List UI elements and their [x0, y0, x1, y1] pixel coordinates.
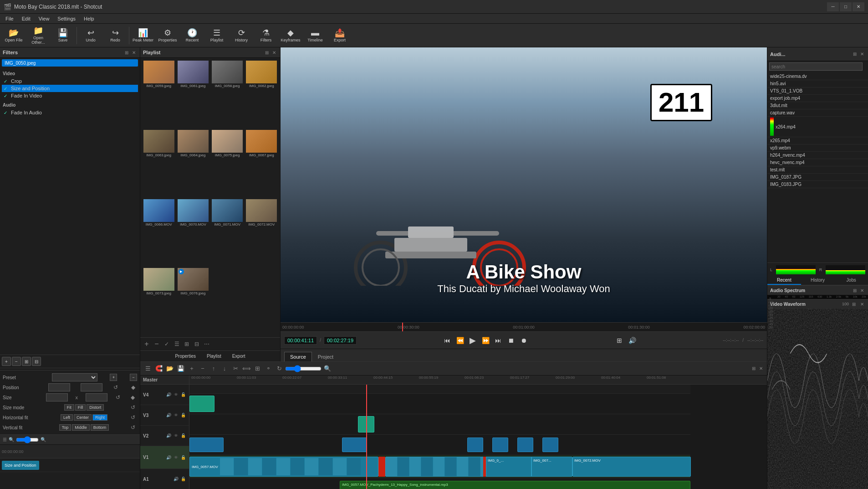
size-mode-fill-button[interactable]: Fill [75, 404, 86, 411]
a1-audio-clip[interactable]: IMG_0057.MOV_Pachyderm_13_Happy_Song_ins… [340, 481, 690, 489]
timeline-add-track-button[interactable]: + [187, 364, 197, 374]
v3-audio-button[interactable]: 🔊 [165, 412, 172, 418]
list-item[interactable]: IMG_0066.MOV [142, 198, 175, 267]
properties-tab-button[interactable]: Properties [171, 353, 199, 360]
playlist-grid-view-button[interactable]: ⊞ [182, 340, 191, 349]
skip-to-start-button[interactable]: ⏮ [442, 335, 452, 345]
v2-clip-6[interactable] [542, 438, 558, 452]
v2-clip-2[interactable] [342, 438, 367, 452]
timeline-zoom-in-button[interactable]: 🔍 [322, 364, 332, 374]
v2-eye-button[interactable]: 👁 [173, 432, 179, 439]
audio-spectrum-expand-button[interactable]: ⊞ [852, 287, 858, 293]
recent-button[interactable]: 🕐 Recent [180, 25, 204, 46]
playlist-remove-button[interactable]: − [152, 340, 161, 349]
list-item[interactable]: VTS_01_1.VOB [767, 88, 868, 95]
list-item[interactable]: IMG_0070.MOV [176, 198, 209, 267]
timeline-save-button[interactable]: 💾 [176, 364, 186, 374]
position-keyframe-button[interactable]: ◆ [129, 383, 137, 391]
filter-size-position[interactable]: ✓ Size and Position [2, 85, 138, 92]
v1-eye-button[interactable]: 👁 [173, 454, 179, 461]
playlist-add-button[interactable]: + [142, 340, 151, 349]
timeline-lift-button[interactable]: ↑ [209, 364, 219, 374]
list-item[interactable]: wide25-cinema.dv [767, 73, 868, 80]
menu-view[interactable]: View [35, 15, 53, 22]
timeline-menu-button[interactable]: ☰ [143, 364, 153, 374]
menu-settings[interactable]: Settings [54, 15, 79, 22]
size-mode-fit-button[interactable]: Fit [64, 404, 74, 411]
size-mode-distort-button[interactable]: Distort [87, 404, 104, 411]
v1-clip-3[interactable]: IMG_0_... [486, 457, 531, 477]
tab-history[interactable]: History [801, 276, 835, 285]
list-item[interactable]: IMG_0063.jpeg [142, 129, 175, 197]
record-button[interactable]: ⏺ [519, 335, 529, 345]
playlist-menu-button[interactable]: ⋯ [202, 340, 211, 349]
playlist-undock-button[interactable]: ⊞ [264, 49, 270, 56]
list-item[interactable]: x265.mp4 [767, 137, 868, 144]
minimize-button[interactable]: ─ [827, 2, 839, 11]
valign-bottom-button[interactable]: Bottom [91, 424, 109, 431]
project-tab[interactable]: Project [312, 352, 339, 361]
list-item[interactable]: 3dlut.mlt [767, 102, 868, 109]
waveform-close-button[interactable]: ✕ [859, 301, 865, 307]
keyframes-zoom-in-button[interactable]: 🔍 [41, 437, 46, 442]
valign-reset-button[interactable]: ↺ [129, 423, 137, 432]
v3-lock-button[interactable]: 🔓 [180, 412, 186, 418]
list-item[interactable]: IMG_0183.JPG [767, 181, 868, 188]
export-button[interactable]: 📤 Export [328, 25, 352, 46]
v1-clip-5[interactable]: IMG_0072.MOV [572, 457, 691, 477]
menu-edit[interactable]: Edit [18, 15, 34, 22]
menu-file[interactable]: File [2, 15, 17, 22]
v4-audio-button[interactable]: 🔊 [165, 391, 172, 398]
position-x-input[interactable]: -47 [48, 383, 70, 391]
playlist-close-button[interactable]: ✕ [271, 49, 277, 56]
window-controls[interactable]: ─ □ ✕ [827, 2, 864, 11]
list-item[interactable]: IMG_0058.jpeg [211, 60, 244, 128]
peak-meter-button[interactable]: 📊 Peak Meter [131, 25, 155, 46]
list-item[interactable]: IMG_0067.jpeg [245, 129, 278, 197]
paste-filter-button[interactable]: ⊟ [32, 357, 41, 366]
valign-middle-button[interactable]: Middle [72, 424, 90, 431]
list-item[interactable]: IMG_0187.JPG [767, 174, 868, 181]
stop-button[interactable]: ⏹ [506, 335, 516, 345]
keyframes-button[interactable]: ◆ Keyframes [279, 25, 302, 46]
timeline-button[interactable]: ▬ Timeline [303, 25, 327, 46]
skip-to-end-button[interactable]: ⏭ [493, 335, 503, 345]
v1-clip-4[interactable]: IMG_007... [531, 457, 572, 477]
list-item[interactable]: capture.wav [767, 109, 868, 117]
filter-fade-in-audio[interactable]: ✓ Fade In Audio [2, 109, 138, 116]
v3-eye-button[interactable]: 👁 [173, 412, 179, 418]
playlist-button[interactable]: ☰ Playlist [205, 25, 229, 46]
open-file-button[interactable]: 📂 Open File [2, 25, 26, 46]
timeline-ripple-button[interactable]: ⟺ [241, 364, 251, 374]
save-button[interactable]: 💾 Save [51, 25, 75, 46]
v1-main-clip[interactable]: IMG_0057.MOV [189, 457, 378, 477]
size-reset-button[interactable]: ↺ [114, 393, 122, 401]
timeline-tracks-area[interactable]: 00:00:00:00 00:00:11:03 00:00:22:07 00:0… [189, 376, 767, 489]
v1-lock-button[interactable]: 🔓 [180, 454, 186, 461]
timeline-loop-button[interactable]: ↻ [274, 364, 284, 374]
export-tab-button[interactable]: Export [229, 353, 249, 360]
list-item[interactable]: IMG_0064.jpeg [176, 129, 209, 197]
remove-filter-button[interactable]: − [12, 357, 21, 366]
timeline-remove-track-button[interactable]: − [198, 364, 208, 374]
v2-clip-5[interactable] [517, 438, 533, 452]
list-item[interactable]: IMG_0061.jpeg [176, 60, 209, 128]
preset-remove-button[interactable]: − [130, 374, 137, 381]
play-prev-button[interactable]: ⏪ [455, 335, 465, 345]
waveform-expand-button[interactable]: ⊞ [851, 301, 857, 307]
timeline-overwrite-button[interactable]: ↓ [220, 364, 230, 374]
maximize-button[interactable]: □ [840, 2, 852, 11]
a1-lock-button[interactable]: 🔓 [180, 476, 186, 482]
position-reset-button[interactable]: ↺ [112, 383, 120, 391]
size-keyframe-button[interactable]: ◆ [129, 393, 137, 401]
list-item[interactable]: test.mlt [767, 166, 868, 174]
list-item[interactable]: hin5.avi [767, 80, 868, 88]
volume-button[interactable]: 🔊 [627, 335, 637, 345]
playlist-check-button[interactable]: ✓ [162, 340, 171, 349]
right-panel-undock-button[interactable]: ⊞ [852, 51, 858, 57]
open-other-button[interactable]: 📁 Open Other... [26, 25, 50, 46]
filter-crop[interactable]: ✓ Crop [2, 77, 138, 85]
timeline-zoom-slider[interactable] [285, 365, 322, 372]
menu-help[interactable]: Help [80, 15, 98, 22]
halign-left-button[interactable]: Left [61, 414, 73, 421]
